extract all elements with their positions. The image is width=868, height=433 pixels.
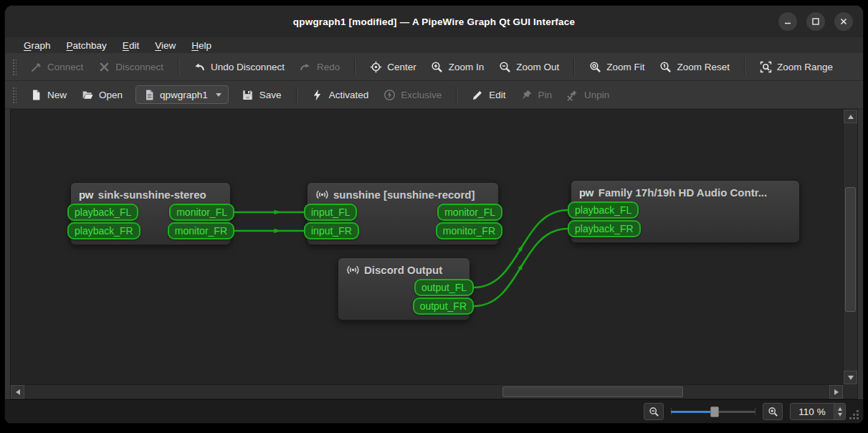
toolbar-label: Disconnect	[115, 62, 163, 72]
activated-button[interactable]: Activated	[305, 85, 376, 105]
menu-view[interactable]: View	[148, 39, 183, 52]
menu-edit[interactable]: Edit	[115, 39, 146, 52]
horizontal-scrollbar[interactable]	[11, 384, 843, 399]
pin-icon	[520, 88, 533, 101]
toolbar-main: ConnectDisconnectUndo DisconnectRedoCent…	[5, 53, 863, 81]
menubar: GraphPatchbayEditViewHelp	[5, 37, 863, 53]
titlebar[interactable]: qpwgraph1 [modified] — A PipeWire Graph …	[5, 6, 863, 37]
redo-button[interactable]: Redo	[292, 57, 346, 77]
menu-graph[interactable]: Graph	[16, 39, 58, 52]
connection-wires	[11, 110, 843, 384]
undo-disconnect-button[interactable]: Undo Disconnect	[186, 57, 291, 77]
unpin-button[interactable]: Unpin	[560, 85, 616, 105]
scroll-down-button[interactable]	[844, 371, 857, 384]
zoom-spinbox[interactable]: 110 %	[790, 403, 846, 420]
graph-node-discord[interactable]: Discord Outputoutput_FLoutput_FR	[338, 257, 470, 320]
toolbar-label: Edit	[489, 90, 505, 100]
patchbay-profile-combobox[interactable]: qpwgraph1	[135, 85, 229, 104]
triangle-up-icon	[848, 115, 854, 119]
minimize-icon	[783, 17, 792, 26]
window-title: qpwgraph1 [modified] — A PipeWire Graph …	[293, 16, 575, 27]
pipewire-icon: pw	[579, 186, 593, 199]
save-button[interactable]: Save	[235, 85, 288, 105]
vertical-scrollbar-thumb[interactable]	[845, 187, 856, 312]
port-playback-fr[interactable]: playback_FR	[568, 220, 641, 237]
zoom-in-icon	[431, 60, 444, 73]
maximize-icon	[811, 17, 820, 26]
toolbar-label: New	[47, 90, 67, 100]
zoom-value: 110 %	[791, 404, 834, 419]
window-controls	[778, 6, 853, 37]
toolbar-label: Zoom In	[449, 62, 485, 72]
toolbar-label: Activated	[329, 90, 369, 100]
port-output-fr[interactable]: output_FR	[413, 298, 474, 315]
activated-icon	[311, 88, 324, 101]
graph-node-family[interactable]: pwFamily 17h/19h HD Audio Contr...playba…	[571, 180, 800, 243]
zoom-range-button[interactable]: Zoom Range	[753, 57, 839, 77]
maximize-button[interactable]	[806, 12, 825, 31]
spin-down-icon[interactable]	[838, 413, 842, 417]
port-playback-fl[interactable]: playback_FL	[568, 201, 639, 219]
zoom-in-button[interactable]	[763, 403, 783, 420]
port-playback-fl[interactable]: playback_FL	[67, 204, 138, 221]
toolbar-label: Exclusive	[401, 90, 442, 100]
app-window: qpwgraph1 [modified] — A PipeWire Graph …	[5, 6, 863, 423]
toolbar-separator	[296, 86, 297, 103]
port-playback-fr[interactable]: playback_FR	[67, 222, 140, 239]
toolbar-drag-handle[interactable]	[11, 86, 16, 103]
spinbox-arrows[interactable]	[834, 404, 845, 419]
toolbar-label: Zoom Reset	[677, 62, 730, 72]
port-monitor-fr[interactable]: monitor_FR	[436, 222, 502, 239]
zoom-out-button[interactable]: Zoom Out	[492, 57, 566, 77]
center-button[interactable]: Center	[363, 57, 423, 77]
disconnect-button[interactable]: Disconnect	[91, 57, 170, 77]
zoom-in-icon	[768, 406, 778, 417]
resize-grip[interactable]	[849, 410, 859, 420]
port-monitor-fr[interactable]: monitor_FR	[168, 222, 234, 239]
open-icon	[81, 88, 94, 101]
zoom-slider[interactable]	[671, 405, 755, 418]
port-input-fl[interactable]: input_FL	[304, 204, 357, 221]
graph-canvas[interactable]: pwsink-sunshine-stereoplayback_FLmonitor…	[11, 110, 843, 384]
zoom-out-icon	[649, 406, 659, 417]
zoom-reset-button[interactable]: Zoom Reset	[653, 57, 737, 77]
menu-help[interactable]: Help	[184, 39, 219, 52]
audio-stream-icon	[346, 263, 359, 276]
port-monitor-fl[interactable]: monitor_FL	[437, 204, 502, 221]
scroll-up-button[interactable]	[844, 110, 857, 123]
zoom-fit-button[interactable]: Zoom Fit	[582, 57, 651, 77]
pipewire-icon: pw	[79, 188, 93, 201]
toolbar-separator	[178, 58, 178, 75]
new-button[interactable]: New	[23, 85, 73, 105]
save-icon	[242, 88, 254, 101]
zoom-out-button[interactable]	[644, 403, 664, 420]
menu-patchbay[interactable]: Patchbay	[59, 39, 114, 52]
exclusive-button[interactable]: Exclusive	[376, 85, 448, 105]
port-output-fl[interactable]: output_FL	[414, 279, 474, 296]
connect-button[interactable]: Connect	[23, 57, 90, 77]
graph-node-sink[interactable]: pwsink-sunshine-stereoplayback_FLmonitor…	[70, 182, 231, 245]
slider-handle[interactable]	[710, 406, 719, 417]
toolbar-separator	[744, 58, 745, 75]
port-monitor-fl[interactable]: monitor_FL	[169, 204, 234, 221]
pin-button[interactable]: Pin	[513, 85, 558, 105]
edit-icon	[471, 88, 484, 101]
toolbar-label: Save	[259, 90, 282, 100]
minimize-button[interactable]	[778, 12, 797, 31]
open-button[interactable]: Open	[75, 85, 129, 105]
close-button[interactable]	[834, 12, 853, 31]
zoom-in-button[interactable]: Zoom In	[424, 57, 491, 77]
toolbar-drag-handle[interactable]	[11, 58, 16, 75]
spin-up-icon[interactable]	[838, 407, 842, 411]
edit-button[interactable]: Edit	[464, 85, 512, 105]
scroll-right-button[interactable]	[829, 385, 843, 399]
zoom-fit-icon	[588, 60, 601, 73]
triangle-right-icon	[834, 389, 839, 395]
triangle-down-icon	[848, 376, 854, 380]
vertical-scrollbar[interactable]	[843, 110, 857, 384]
scrollbar-corner	[843, 384, 857, 399]
horizontal-scrollbar-thumb[interactable]	[502, 386, 683, 397]
port-input-fr[interactable]: input_FR	[304, 222, 359, 239]
graph-node-sunshine[interactable]: sunshine [sunshine-record]input_FLmonito…	[307, 182, 499, 245]
scroll-left-button[interactable]	[11, 385, 24, 399]
